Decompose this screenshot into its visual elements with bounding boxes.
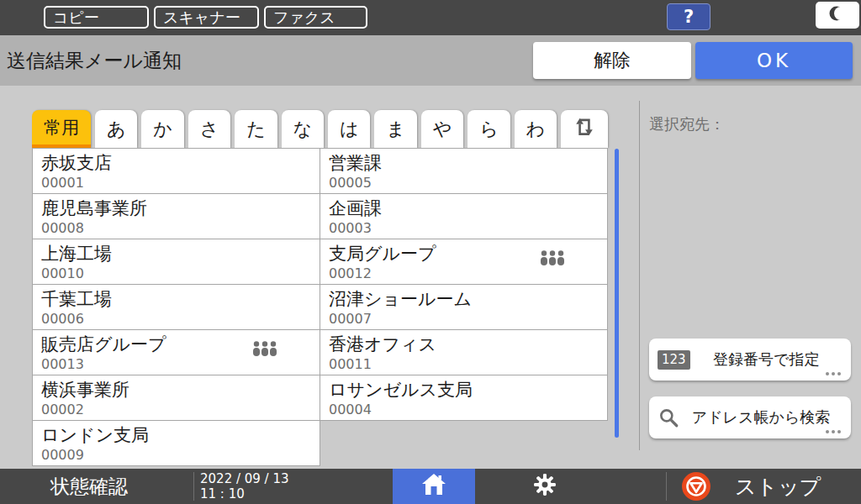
- number-icon: 123: [658, 350, 690, 370]
- address-code: 00001: [41, 175, 311, 191]
- settings-button[interactable]: [527, 469, 563, 504]
- date-time-display: 2022 / 09 / 13 11 : 10: [200, 471, 289, 501]
- address-item[interactable]: ロサンゼルス支局 00004: [320, 375, 607, 421]
- search-address-book-button[interactable]: アドレス帳から検索: [649, 396, 851, 438]
- index-tab-wa[interactable]: わ: [515, 110, 557, 148]
- address-name: 赤坂支店: [41, 151, 311, 175]
- index-tab-frequent[interactable]: 常用: [32, 110, 91, 148]
- address-code: 00010: [41, 265, 311, 281]
- index-tab-a[interactable]: あ: [95, 110, 137, 148]
- address-code: 00002: [41, 402, 311, 417]
- ok-button[interactable]: OK: [695, 42, 853, 79]
- address-name: 鹿児島事業所: [41, 197, 311, 220]
- index-tab-ya[interactable]: や: [421, 110, 463, 148]
- device-screen: コピー スキャナー ファクス ? 送信結果メール通知 解除 OK 常用 あ か …: [0, 0, 861, 504]
- index-tab-ha[interactable]: は: [328, 110, 370, 148]
- address-item[interactable]: 営業課 00005: [320, 149, 607, 194]
- address-item[interactable]: 企画課 00003: [320, 194, 607, 239]
- help-button[interactable]: ?: [667, 3, 710, 30]
- address-item[interactable]: 鹿児島事業所 00008: [33, 194, 320, 239]
- index-tab-ra[interactable]: ら: [467, 110, 510, 148]
- sort-order-tab[interactable]: [561, 110, 608, 148]
- address-code: 00003: [329, 220, 599, 236]
- address-item-group[interactable]: 販売店グループ 00013: [33, 330, 320, 375]
- index-tab-row: 常用 あ か さ た な は ま や ら わ: [32, 110, 608, 148]
- more-options-dots: [826, 430, 841, 433]
- search-address-book-label: アドレス帳から検索: [679, 407, 843, 428]
- address-name: 営業課: [329, 151, 599, 175]
- address-name: 上海工場: [41, 242, 311, 265]
- address-code: 00005: [329, 175, 599, 191]
- address-name: ロサンゼルス支局: [329, 378, 599, 402]
- time-text: 11 : 10: [200, 486, 289, 501]
- address-code: 00008: [41, 220, 311, 236]
- swap-icon: [573, 116, 595, 142]
- date-text: 2022 / 09 / 13: [200, 471, 289, 486]
- selected-destination-label: 選択宛先：: [649, 114, 725, 134]
- tab-scanner[interactable]: スキャナー: [154, 6, 259, 29]
- bottom-divider: [666, 472, 667, 501]
- address-item[interactable]: ロンドン支局 00009: [33, 421, 320, 466]
- address-name: 企画課: [329, 197, 599, 220]
- moon-icon: [827, 3, 848, 27]
- stop-label: ストップ: [735, 473, 821, 501]
- group-icon: [540, 250, 565, 269]
- group-icon: [252, 341, 277, 360]
- home-button[interactable]: [393, 469, 475, 504]
- address-list-right-column: 営業課 00005 企画課 00003 支局グループ 00012 沼津ショールー…: [320, 148, 608, 421]
- address-name: 沼津ショールーム: [329, 287, 599, 311]
- address-item[interactable]: 沼津ショールーム 00007: [320, 285, 607, 330]
- index-tab-ka[interactable]: か: [141, 110, 183, 148]
- specify-by-number-button[interactable]: 123 登録番号で指定: [649, 339, 851, 381]
- address-code: 00006: [41, 311, 311, 327]
- home-icon: [420, 471, 447, 501]
- tab-copy[interactable]: コピー: [44, 6, 149, 29]
- index-tab-ta[interactable]: た: [235, 110, 277, 148]
- tab-fax[interactable]: ファクス: [264, 6, 367, 29]
- index-tab-ma[interactable]: ま: [374, 110, 416, 148]
- release-button[interactable]: 解除: [533, 42, 691, 79]
- address-item[interactable]: 上海工場 00010: [33, 239, 320, 285]
- gear-icon: [533, 473, 557, 500]
- stop-button[interactable]: ストップ: [681, 469, 821, 504]
- address-code: 00009: [41, 447, 311, 463]
- address-name: 香港オフィス: [329, 333, 599, 356]
- address-item[interactable]: 横浜事業所 00002: [33, 375, 320, 421]
- app-tabs: コピー スキャナー ファクス: [44, 6, 367, 29]
- address-code: 00011: [329, 356, 599, 372]
- address-item[interactable]: 赤坂支店 00001: [33, 149, 320, 194]
- list-scrollbar[interactable]: [615, 149, 619, 438]
- bottom-bar: 状態確認 2022 / 09 / 13 11 : 10: [0, 469, 861, 504]
- address-code: 00004: [329, 402, 599, 417]
- more-options-dots: [826, 372, 841, 375]
- screen-header: 送信結果メール通知 解除 OK: [0, 35, 861, 86]
- address-item-group[interactable]: 支局グループ 00012: [320, 239, 607, 285]
- address-item[interactable]: 千葉工場 00006: [33, 285, 320, 330]
- top-bar: コピー スキャナー ファクス ?: [0, 0, 861, 35]
- bottom-divider: [193, 472, 194, 501]
- panel-divider: [639, 101, 640, 450]
- index-tab-sa[interactable]: さ: [188, 110, 230, 148]
- specify-by-number-label: 登録番号で指定: [690, 349, 843, 370]
- address-list-left-column: 赤坂支店 00001 鹿児島事業所 00008 上海工場 00010 千葉工場 …: [32, 148, 320, 466]
- status-check-button[interactable]: 状態確認: [50, 469, 128, 504]
- page-title: 送信結果メール通知: [7, 35, 182, 86]
- address-item[interactable]: 香港オフィス 00011: [320, 330, 607, 375]
- index-tab-na[interactable]: な: [282, 110, 324, 148]
- stop-icon: [681, 471, 711, 501]
- energy-saver-button[interactable]: [816, 2, 859, 29]
- search-icon: [658, 407, 679, 428]
- address-code: 00007: [329, 311, 599, 327]
- address-name: 横浜事業所: [41, 378, 311, 402]
- address-name: 千葉工場: [41, 287, 311, 311]
- address-name: ロンドン支局: [41, 423, 311, 447]
